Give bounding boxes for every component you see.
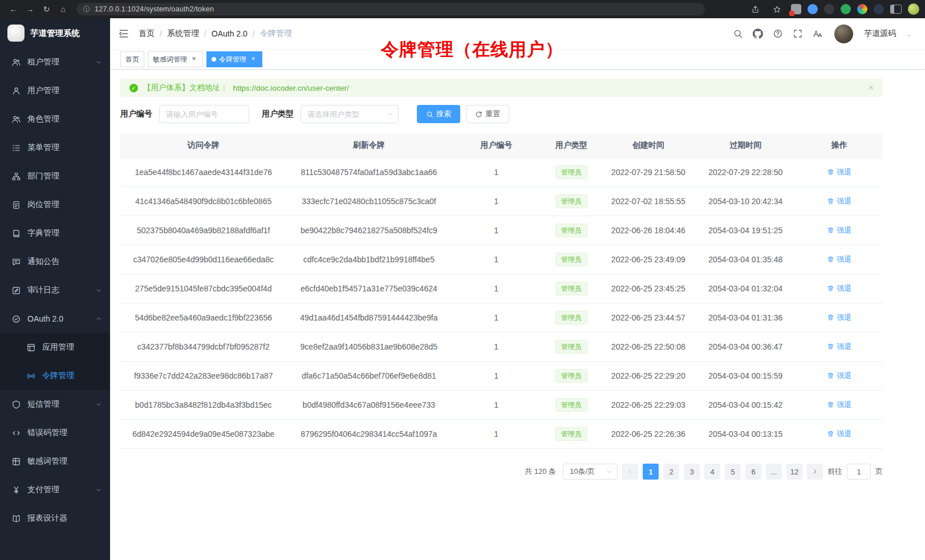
force-logout-button[interactable]: 强退 (827, 313, 851, 323)
page-3-button[interactable]: 3 (684, 464, 700, 480)
browser-forward-icon[interactable]: → (22, 2, 38, 16)
sidebar-item-menu[interactable]: 菜单管理 (0, 133, 110, 162)
extension-icon-5[interactable] (857, 4, 867, 14)
sidebar-item-errcode[interactable]: 错误码管理 (0, 419, 110, 447)
page-12-button[interactable]: 12 (786, 464, 802, 480)
page-5-button[interactable]: 5 (725, 464, 741, 480)
page-4-button[interactable]: 4 (704, 464, 720, 480)
user-type-select-input[interactable] (301, 105, 399, 123)
breadcrumb-item[interactable]: 系统管理 (167, 29, 199, 39)
access-token-cell: c342377bf8b344799dcbf7bf095287f2 (120, 332, 286, 362)
next-page-button[interactable] (807, 464, 823, 480)
tab-close-icon[interactable]: × (249, 55, 257, 63)
force-logout-button[interactable]: 强退 (827, 196, 851, 206)
sidebar-item-role[interactable]: 角色管理 (0, 105, 110, 133)
sidebar-panel-icon[interactable] (890, 5, 902, 14)
browser-refresh-icon[interactable]: ↻ (39, 2, 54, 16)
sidebar-item-sensitive[interactable]: 敏感词管理 (0, 447, 110, 476)
tab-sensitive-word[interactable]: 敏感词管理× (148, 51, 203, 67)
user-type-select[interactable] (301, 105, 399, 123)
token-row: 275e5de9151045fe87cbdc395e004f4de6cfd40e… (120, 274, 883, 303)
sidebar-item-user[interactable]: 用户管理 (0, 76, 110, 105)
access-token-cell: 54d6be82ee5a460a9aedc1f9bf223656 (120, 303, 286, 332)
force-logout-button[interactable]: 强退 (827, 283, 851, 294)
browser-address-bar[interactable]: ⓘ 127.0.0.1:1024/system/oauth2/token (76, 3, 705, 15)
extension-icon-1[interactable] (791, 4, 801, 14)
page-1-button[interactable]: 1 (643, 464, 659, 480)
sidebar-item-app[interactable]: 应用管理 (0, 333, 110, 362)
force-logout-button[interactable]: 强退 (827, 371, 851, 381)
user-name[interactable]: 芋道源码 (864, 29, 896, 39)
force-logout-button[interactable]: 强退 (827, 167, 851, 177)
chevron-down-icon (95, 486, 102, 493)
breadcrumb-item[interactable]: OAuth 2.0 (212, 29, 248, 38)
page-size-input[interactable] (563, 464, 618, 480)
user-id-input[interactable] (159, 105, 249, 123)
font-size-icon[interactable] (813, 29, 823, 39)
sidebar-item-oauth[interactable]: OAuth 2.0 (0, 305, 110, 333)
tab-close-icon[interactable]: × (190, 55, 198, 63)
tab-token[interactable]: 令牌管理× (206, 51, 262, 67)
browser-home-icon[interactable]: ⌂ (55, 2, 71, 16)
sidebar-toggle-icon[interactable] (118, 28, 129, 39)
user-menu-caret-icon[interactable] (906, 32, 912, 39)
sidebar-item-dept[interactable]: 部门管理 (0, 162, 110, 190)
user-id-cell: 1 (451, 274, 541, 303)
browser-profile-avatar[interactable] (908, 3, 919, 15)
force-logout-button[interactable]: 强退 (827, 254, 851, 265)
force-logout-button[interactable]: 强退 (827, 429, 851, 439)
token-icon (26, 371, 36, 381)
page-info-icon[interactable]: ⓘ (83, 5, 90, 14)
sidebar-item-dict[interactable]: 字典管理 (0, 219, 110, 247)
force-logout-button[interactable]: 强退 (827, 342, 851, 352)
sidebar-item-notice[interactable]: 通知公告 (0, 247, 110, 276)
force-logout-button[interactable]: 强退 (827, 400, 851, 410)
expire-time-cell: 2054-03-04 01:35:48 (695, 245, 796, 274)
app-logo-row[interactable]: 芋道管理系统 (0, 18, 110, 48)
reset-button[interactable]: 重置 (466, 105, 509, 123)
sidebar-item-token[interactable]: 令牌管理 (0, 362, 110, 390)
goto-page-input[interactable] (847, 464, 871, 480)
sidebar: 芋道管理系统 租户管理用户管理角色管理菜单管理部门管理岗位管理字典管理通知公告审… (0, 18, 110, 560)
extension-icon-4[interactable] (841, 4, 851, 14)
sidebar-item-sms[interactable]: 短信管理 (0, 390, 110, 419)
sidebar-item-report[interactable]: 报表设计器 (0, 504, 110, 533)
sidebar-item-log[interactable]: 审计日志 (0, 276, 110, 305)
page-6-button[interactable]: 6 (745, 464, 761, 480)
sidebar-item-label: 菜单管理 (27, 143, 59, 153)
refresh-token-cell: e6cfd40eb1f54571a31e775e039c4624 (286, 274, 451, 303)
sidebar-item-post[interactable]: 岗位管理 (0, 190, 110, 219)
user-id-cell: 1 (451, 420, 541, 449)
extension-icon-3[interactable] (824, 4, 834, 14)
column-header: 用户类型 (541, 133, 602, 158)
dict-icon (11, 229, 21, 238)
sidebar-item-pay[interactable]: 支付管理 (0, 476, 110, 504)
search-button[interactable]: 搜索 (417, 105, 460, 123)
create-time-cell: 2022-06-25 23:44:57 (602, 303, 695, 332)
sidebar-item-tenant[interactable]: 租户管理 (0, 48, 110, 76)
page-ellipsis-button[interactable]: ... (766, 464, 782, 480)
prev-page-button[interactable] (622, 464, 638, 480)
browser-back-icon[interactable]: ← (6, 2, 21, 16)
sidebar-item-label: 应用管理 (42, 342, 74, 352)
page-size-select[interactable] (563, 464, 618, 480)
sidebar-item-label: 租户管理 (27, 57, 59, 67)
access-token-cell: 6d842e2924594de9a09e45e087323abe (120, 420, 286, 449)
search-icon[interactable] (733, 29, 743, 39)
help-icon[interactable] (773, 29, 783, 39)
breadcrumb-item[interactable]: 首页 (139, 29, 155, 39)
sidebar-menu: 租户管理用户管理角色管理菜单管理部门管理岗位管理字典管理通知公告审计日志OAut… (0, 48, 110, 533)
tab-home[interactable]: 首页 (120, 51, 144, 67)
extension-icon-6[interactable] (874, 4, 884, 14)
browser-actions (748, 2, 919, 16)
page-2-button[interactable]: 2 (663, 464, 679, 480)
user-avatar[interactable] (834, 25, 853, 43)
alert-close-icon[interactable]: × (869, 83, 874, 93)
bookmark-star-icon[interactable] (769, 2, 785, 16)
github-icon[interactable] (753, 29, 763, 39)
share-icon[interactable] (748, 2, 763, 16)
extension-icon-2[interactable] (808, 4, 818, 14)
force-logout-button[interactable]: 强退 (827, 225, 851, 236)
doc-link[interactable]: https://doc.iocoder.cn/user-center/ (233, 84, 349, 92)
fullscreen-icon[interactable] (793, 29, 803, 39)
